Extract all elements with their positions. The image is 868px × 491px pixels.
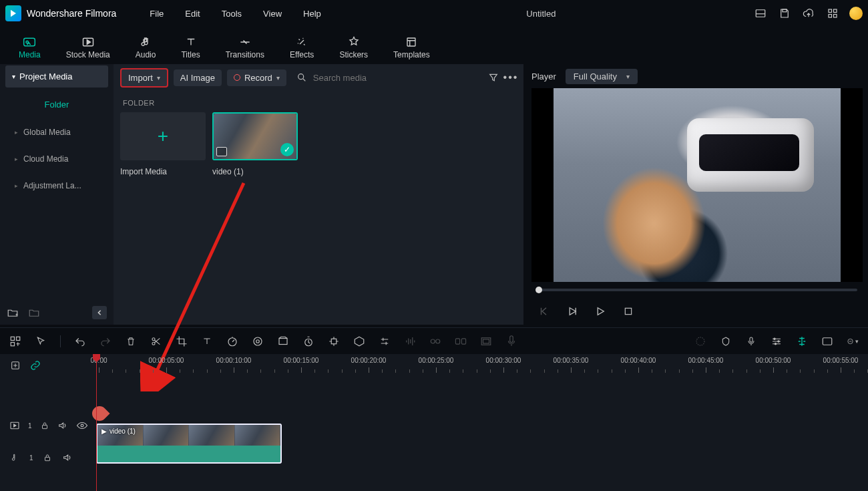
collapse-sidebar-icon[interactable] <box>92 306 107 319</box>
sidebar-item-global[interactable]: ▸Global Media <box>5 120 108 144</box>
scrub-bar[interactable] <box>531 282 863 298</box>
lock-icon[interactable] <box>40 420 49 432</box>
sidebar-item-cloud[interactable]: ▸Cloud Media <box>5 147 108 171</box>
video-track-icon <box>9 420 20 432</box>
new-folder-icon[interactable] <box>7 307 19 319</box>
frame-icon[interactable] <box>821 335 833 347</box>
tab-templates[interactable]: Templates <box>393 32 430 59</box>
svg-rect-14 <box>625 308 631 314</box>
tab-titles[interactable]: Titles <box>181 32 200 59</box>
auto-ripple-icon[interactable] <box>694 335 706 347</box>
track-motion-icon[interactable] <box>328 335 340 347</box>
import-button[interactable]: Import ▾ <box>120 68 168 88</box>
ruler-label: 00:00:50:00 <box>756 357 791 364</box>
mask-icon[interactable] <box>353 335 365 347</box>
sidebar-item-adjustment[interactable]: ▸Adjustment La... <box>5 174 108 198</box>
tab-transitions[interactable]: Transitions <box>226 32 264 59</box>
link-icon[interactable] <box>29 359 41 371</box>
sidebar-folder[interactable]: Folder <box>0 92 114 119</box>
text-icon[interactable] <box>201 335 213 347</box>
user-avatar[interactable] <box>849 7 863 20</box>
track-tools <box>0 354 93 377</box>
media-content: Import ▾ AI Image Record ▾ ••• FO <box>114 64 523 325</box>
play2-icon[interactable] <box>594 305 606 317</box>
audio-split-icon[interactable] <box>429 335 441 347</box>
import-media-tile[interactable]: + Import Media <box>120 112 206 176</box>
tab-media[interactable]: Media <box>19 32 41 59</box>
preview-viewport[interactable] <box>531 88 863 282</box>
svg-rect-25 <box>331 339 337 344</box>
keyframe-icon[interactable] <box>277 335 289 347</box>
crop-icon[interactable] <box>176 335 188 347</box>
timeline-clip[interactable]: ▶video (1) <box>96 424 282 464</box>
delete-icon[interactable] <box>125 335 137 347</box>
time-ruler[interactable]: 00:0000:00:05:0000:00:10:0000:00:15:0000… <box>93 354 868 377</box>
render-icon[interactable] <box>480 335 492 347</box>
split-icon[interactable] <box>150 335 162 347</box>
playhead[interactable] <box>96 354 97 491</box>
tab-stickers[interactable]: Stickers <box>339 32 368 59</box>
layout-icon[interactable] <box>753 6 768 21</box>
media-item-video1[interactable]: ✓ video (1) <box>212 112 298 176</box>
mic-icon[interactable] <box>745 335 757 347</box>
menu-tools[interactable]: Tools <box>214 6 250 21</box>
svg-rect-37 <box>823 337 832 345</box>
timeline-tracks[interactable]: 00:0000:00:05:0000:00:10:0000:00:15:0000… <box>93 354 868 491</box>
ruler-label: 00:00:35:00 <box>554 357 589 364</box>
sidebar-item-label: Adjustment La... <box>23 181 81 190</box>
audio-track-header[interactable]: 1 <box>0 446 93 469</box>
more-icon[interactable]: ••• <box>505 71 517 84</box>
timer-icon[interactable] <box>302 335 314 347</box>
caret-down-icon: ▾ <box>12 73 15 80</box>
svg-rect-10 <box>407 38 415 46</box>
media-sidebar: ▾ Project Media Folder ▸Global Media ▸Cl… <box>0 64 114 325</box>
lock-icon[interactable] <box>41 452 53 464</box>
color-icon[interactable] <box>252 335 264 347</box>
save-icon[interactable] <box>777 6 792 21</box>
redo-icon[interactable] <box>99 335 112 347</box>
zoom-out-icon[interactable]: ▾ <box>847 335 859 347</box>
ai-image-button[interactable]: AI Image <box>174 69 222 86</box>
record-button[interactable]: Record ▾ <box>227 69 286 86</box>
add-icon[interactable] <box>9 359 21 371</box>
search-wrap <box>292 71 482 84</box>
mixer-icon[interactable] <box>771 335 783 347</box>
svg-point-11 <box>298 74 303 79</box>
tab-effects[interactable]: Effects <box>290 32 314 59</box>
undo-icon[interactable] <box>74 335 86 347</box>
apps-icon[interactable] <box>825 6 840 21</box>
adjust-icon[interactable] <box>379 335 391 347</box>
marker-icon[interactable] <box>720 335 732 347</box>
menu-help[interactable]: Help <box>295 6 329 21</box>
audio-icon <box>139 36 152 48</box>
sidebar-header[interactable]: ▾ Project Media <box>5 65 108 88</box>
snap-icon[interactable] <box>796 335 808 347</box>
menu-view[interactable]: View <box>255 6 290 21</box>
scrub-knob[interactable] <box>535 287 542 293</box>
stop-icon[interactable] <box>622 305 634 317</box>
svg-rect-42 <box>42 425 47 428</box>
audio-eq-icon[interactable] <box>404 335 416 347</box>
sidebar-header-label: Project Media <box>19 71 72 81</box>
video-track-header[interactable]: 1 <box>0 405 93 446</box>
mute-icon[interactable] <box>57 420 68 432</box>
tab-stock-media[interactable]: Stock Media <box>66 32 110 59</box>
menu-edit[interactable]: Edit <box>177 6 208 21</box>
speed-icon[interactable] <box>226 335 238 347</box>
pointer-icon[interactable] <box>35 335 47 347</box>
voiceover-icon[interactable] <box>505 335 517 347</box>
add-track-icon[interactable] <box>9 335 21 347</box>
quality-select[interactable]: Full Quality ▾ <box>566 69 638 84</box>
group-icon[interactable] <box>455 335 467 347</box>
mute-icon[interactable] <box>61 452 73 464</box>
folder-icon[interactable] <box>28 307 40 319</box>
prev-frame-icon[interactable] <box>538 305 550 317</box>
search-input[interactable] <box>313 73 413 83</box>
cloud-upload-icon[interactable] <box>801 6 816 21</box>
play-icon[interactable] <box>566 305 578 317</box>
tab-audio[interactable]: Audio <box>136 32 156 59</box>
menu-file[interactable]: File <box>142 6 172 21</box>
left-panel: ▾ Project Media Folder ▸Global Media ▸Cl… <box>0 64 523 325</box>
filter-icon[interactable] <box>487 71 499 84</box>
eye-icon[interactable] <box>76 420 88 432</box>
